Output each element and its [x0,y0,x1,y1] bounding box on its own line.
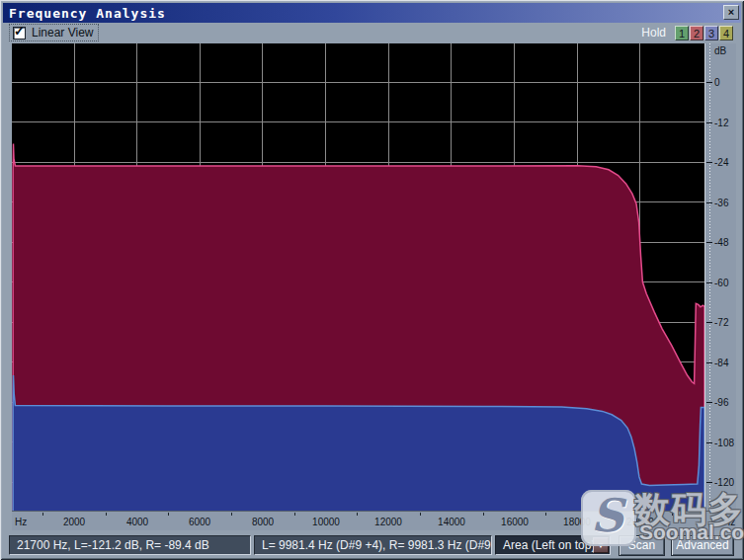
db-tick-label: -60 [714,278,728,288]
hold-label: Hold [641,26,666,40]
close-button[interactable]: × [723,5,739,20]
spectrum-plot[interactable] [12,43,704,511]
frequency-axis-unit-left: Hz [15,517,27,527]
frequency-tick-label: 14000 [438,517,465,527]
frequency-minor-tick [420,513,421,516]
frequency-tick-label: 16000 [501,517,529,527]
db-axis: dB 0-12-24-36-48-60-72-84-96-108-120 [704,43,736,511]
db-tick [706,402,712,403]
frequency-minor-tick [545,513,546,516]
frequency-minor-tick [42,513,43,516]
frequency-axis: Hz Hz 2000400060008000100001200014000160… [12,511,736,530]
linear-view-label: Linear View [32,26,93,40]
frequency-axis-unit-right: Hz [723,517,735,527]
frequency-tick-label: 4000 [126,517,148,527]
db-tick [706,442,712,443]
frequency-minor-tick [106,513,107,516]
db-axis-unit: dB [714,45,726,56]
frequency-tick-label: 6000 [189,517,210,527]
frequency-minor-tick [609,513,610,516]
close-icon: × [728,6,734,18]
frequency-minor-tick [357,513,358,516]
db-tick [706,82,712,83]
checkmark-icon: ✓ [14,25,25,38]
hold-button-1[interactable]: 1 [675,26,689,40]
scan-button[interactable]: Scan [619,535,665,556]
db-tick-label: -120 [714,477,734,488]
status-bar: 21700 Hz, L=-121.2 dB, R= -89.4 dB L= 99… [3,530,741,557]
frequency-tick-label: 12000 [374,517,402,527]
db-tick [706,122,712,123]
frequency-minor-tick [672,513,673,516]
db-tick-label: -36 [714,198,728,208]
frequency-tick-label: 18000 [563,517,591,527]
spectrum-chart [12,43,704,511]
hold-button-4[interactable]: 4 [719,26,733,40]
db-tick-label: -12 [714,118,728,128]
title-bar[interactable]: Frequency Analysis × [3,3,741,23]
hold-group: Hold 1234 [641,24,733,41]
frequency-analysis-window: Frequency Analysis × ✓ Linear View Hold … [0,0,744,560]
db-tick [706,322,712,323]
frequency-tick-label: 8000 [252,517,274,527]
cursor-info-panel: 21700 Hz, L=-121.2 dB, R= -89.4 dB [9,535,251,555]
db-tick [706,362,712,363]
peak-info-panel: L= 9981.4 Hz (D#9 +4), R= 9981.3 Hz (D#9… [254,535,492,555]
db-tick [706,282,712,283]
advanced-button[interactable]: Advanced [671,535,734,556]
hold-buttons: 1234 [674,26,733,40]
db-tick [706,202,712,203]
hold-button-3[interactable]: 3 [704,26,718,40]
db-tick-label: -96 [714,397,728,408]
display-mode-value: Area (Left on top) [503,538,595,552]
toolbar: ✓ Linear View Hold 1234 [3,23,741,43]
frequency-minor-tick [168,513,169,516]
db-tick [706,242,712,243]
frequency-tick-label: 10000 [312,517,340,527]
db-tick-label: -48 [714,237,728,248]
chevron-down-icon[interactable]: ▼ [593,537,609,553]
db-tick [706,482,712,483]
display-mode-dropdown[interactable]: Area (Left on top) ▼ [495,535,611,555]
db-axis-tickline [709,43,710,511]
window-title: Frequency Analysis [3,6,166,21]
linear-view-checkbox-group[interactable]: ✓ Linear View [9,24,99,41]
linear-view-checkbox[interactable]: ✓ [13,27,26,40]
frequency-minor-tick [483,513,484,516]
db-tick-label: 0 [714,77,720,88]
frequency-tick-label: 2000 [63,517,85,527]
frequency-minor-tick [294,513,295,516]
db-tick [706,162,712,163]
hold-button-2[interactable]: 2 [690,26,703,40]
frequency-minor-tick [231,513,232,516]
db-tick-label: -84 [714,358,728,368]
db-tick-label: -24 [714,157,728,168]
db-tick-label: -72 [714,317,728,328]
db-tick-label: -108 [714,438,734,448]
frequency-tick-label: 20000 [626,517,654,527]
